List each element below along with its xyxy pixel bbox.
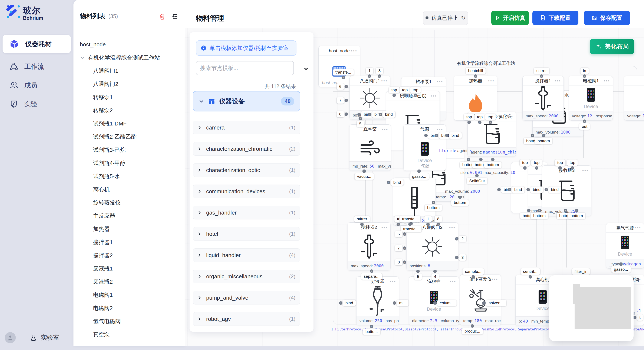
category-hotel[interactable]: hotel(1) bbox=[193, 227, 300, 241]
category-pump_and_valve[interactable]: pump_and_valve(4) bbox=[193, 291, 300, 305]
node-menu-icon[interactable]: ••• bbox=[430, 91, 437, 101]
start-simulation-button[interactable]: 开启仿真 bbox=[491, 11, 529, 25]
port-dot-icon[interactable]: › bbox=[357, 113, 361, 116]
port-1[interactable]: 1› bbox=[366, 68, 373, 74]
port-dot-icon[interactable]: › bbox=[583, 74, 586, 78]
port-transfe...[interactable]: transfe...› bbox=[400, 216, 420, 222]
port-bottom[interactable]: bottom› bbox=[531, 213, 548, 219]
port-dot-icon[interactable]: › bbox=[482, 301, 486, 305]
port-top[interactable]: top› bbox=[531, 160, 542, 166]
node-menu-icon[interactable]: ••• bbox=[382, 125, 388, 134]
node-menu-icon[interactable]: ••• bbox=[382, 223, 388, 232]
port-6[interactable]: 6› bbox=[395, 231, 402, 237]
port-dot-icon[interactable]: › bbox=[379, 113, 382, 116]
port-dot-icon[interactable]: › bbox=[403, 260, 406, 264]
sidebar-item-仪器耗材[interactable]: 仪器耗材 bbox=[2, 35, 71, 53]
port-dot-icon[interactable]: › bbox=[344, 99, 348, 102]
category-camera[interactable]: camera(1) bbox=[193, 121, 300, 134]
port-dot-icon[interactable]: › bbox=[468, 121, 471, 124]
port-m...[interactable]: m...› bbox=[396, 300, 408, 306]
node-unnamed[interactable]: •••voltage: 12 bbox=[624, 76, 644, 121]
avatar[interactable] bbox=[5, 332, 16, 343]
port-dot-icon[interactable]: › bbox=[360, 223, 364, 226]
sidebar-footer[interactable]: 实验室 bbox=[0, 329, 74, 346]
category-organic_miscellaneous[interactable]: organic_miscellaneous(2) bbox=[193, 270, 300, 283]
port-1[interactable]: 1› bbox=[424, 216, 432, 222]
node-menu-icon[interactable]: ••• bbox=[381, 76, 388, 85]
port-dot-icon[interactable]: › bbox=[426, 223, 430, 226]
sidebar-item-工作流[interactable]: 工作流 bbox=[2, 57, 71, 76]
port-dot-icon[interactable]: › bbox=[393, 301, 396, 305]
port-dot-icon[interactable]: › bbox=[368, 74, 371, 78]
port-dot-icon[interactable]: › bbox=[403, 246, 406, 250]
collapse-list-icon[interactable] bbox=[171, 13, 179, 20]
port-top[interactable]: top› bbox=[555, 160, 566, 166]
port-dot-icon[interactable]: › bbox=[370, 269, 373, 273]
port-6[interactable]: 6› bbox=[337, 83, 344, 90]
port-transfe...[interactable]: transfe...› bbox=[400, 226, 422, 232]
node-menu-icon[interactable]: ••• bbox=[507, 112, 513, 121]
port-dot-icon[interactable]: › bbox=[558, 166, 562, 170]
port-transfe...[interactable]: transfe...› bbox=[333, 69, 354, 75]
port-dot-icon[interactable]: › bbox=[342, 76, 345, 79]
port-gasso...[interactable]: gasso...› bbox=[410, 173, 429, 180]
port-dot-icon[interactable]: › bbox=[359, 117, 362, 120]
node-menu-icon[interactable]: ••• bbox=[488, 76, 494, 85]
port-dot-icon[interactable]: › bbox=[474, 74, 477, 78]
tree-item-host_node[interactable]: host_node bbox=[74, 38, 192, 51]
port-dot-icon[interactable]: › bbox=[467, 158, 470, 161]
port-dot-icon[interactable]: › bbox=[491, 158, 494, 161]
search-input[interactable] bbox=[196, 61, 294, 75]
category-communication_devices[interactable]: communication_devices(1) bbox=[193, 184, 300, 198]
port-dot-icon[interactable]: › bbox=[339, 301, 342, 305]
port-produc...[interactable]: produc...› bbox=[462, 328, 483, 335]
port-8[interactable]: 8› bbox=[376, 68, 383, 74]
port-top[interactable]: top› bbox=[400, 87, 410, 93]
port-bind[interactable]: bind› bbox=[449, 132, 462, 139]
port-bind[interactable]: bind› bbox=[530, 186, 543, 193]
beautify-layout-button[interactable]: 美化布局 bbox=[590, 39, 634, 54]
node-真空泵[interactable]: 真空泵•••mp_rate: 50max_vacuum: 0.1 bbox=[349, 124, 391, 171]
port-dot-icon[interactable]: › bbox=[396, 223, 400, 226]
port-5[interactable]: 5› bbox=[414, 273, 422, 280]
category-robot_agv[interactable]: robot_agv(1) bbox=[193, 312, 300, 326]
port-bottom[interactable]: bottom› bbox=[535, 138, 552, 144]
refresh-icon[interactable]: ↻ bbox=[461, 15, 466, 21]
port-dot-icon[interactable]: › bbox=[344, 85, 348, 88]
port-8[interactable]: 8› bbox=[435, 216, 442, 222]
port-dot-icon[interactable]: › bbox=[414, 94, 417, 97]
node-menu-icon[interactable]: ••• bbox=[635, 275, 641, 284]
port-bind[interactable]: bind› bbox=[512, 186, 524, 193]
simulation-status-badge[interactable]: 仿真已停止 ↻ bbox=[423, 11, 468, 25]
node-menu-icon[interactable]: ••• bbox=[449, 223, 456, 232]
port-dot-icon[interactable]: › bbox=[436, 223, 440, 226]
port-2[interactable]: 2› bbox=[459, 236, 466, 242]
download-config-button[interactable]: 下载配置 bbox=[532, 11, 578, 25]
delete-icon[interactable] bbox=[159, 13, 166, 20]
port-top[interactable]: top› bbox=[567, 160, 578, 166]
port-sample...[interactable]: sample...› bbox=[462, 268, 484, 275]
port-5[interactable]: 5› bbox=[357, 121, 364, 127]
port-dot-icon[interactable]: › bbox=[370, 325, 373, 328]
port-top[interactable]: top› bbox=[474, 114, 485, 120]
port-dot-icon[interactable]: › bbox=[368, 113, 372, 116]
node-menu-icon[interactable]: ••• bbox=[492, 275, 498, 284]
node-搅拌器1[interactable]: 搅拌器1•••max_speed: 2000 bbox=[522, 76, 564, 121]
port-botto...[interactable]: botto...› bbox=[363, 329, 380, 335]
port-dot-icon[interactable]: › bbox=[416, 270, 420, 273]
port-gasso...[interactable]: gasso...› bbox=[612, 266, 631, 273]
port-dot-icon[interactable]: › bbox=[475, 174, 479, 177]
port-dot-icon[interactable]: › bbox=[542, 134, 546, 137]
port-in[interactable]: in› bbox=[580, 68, 589, 74]
port-colum...[interactable]: colum...› bbox=[437, 300, 456, 306]
port-dot-icon[interactable]: › bbox=[472, 275, 475, 279]
chevron-down-icon[interactable] bbox=[303, 66, 309, 71]
port-dot-icon[interactable]: › bbox=[445, 134, 448, 137]
port-top[interactable]: top› bbox=[464, 114, 474, 120]
port-8[interactable]: 8› bbox=[395, 259, 402, 265]
port-top[interactable]: top› bbox=[410, 87, 421, 93]
port-dot-icon[interactable]: › bbox=[564, 209, 567, 212]
port-dot-icon[interactable]: › bbox=[403, 232, 406, 236]
port-dot-icon[interactable]: › bbox=[471, 324, 474, 328]
chevron-down-icon[interactable] bbox=[80, 55, 85, 60]
